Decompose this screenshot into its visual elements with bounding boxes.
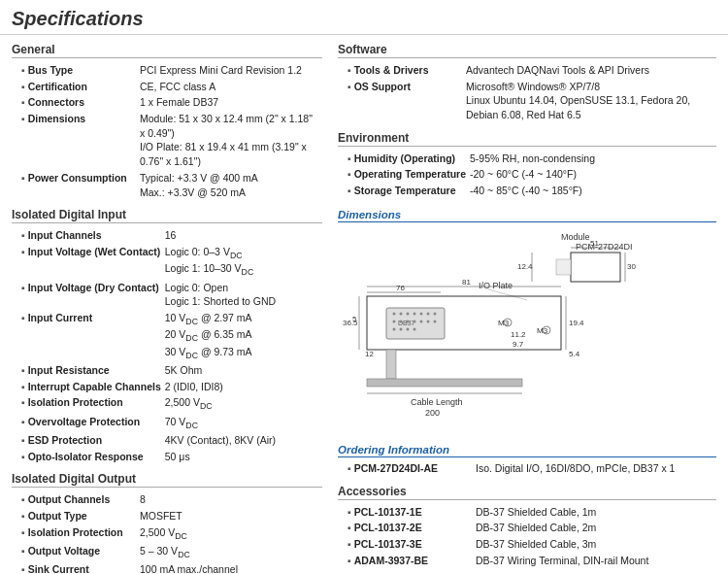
svg-point-38 xyxy=(393,327,396,330)
table-row: Humidity (Operating) 5-95% RH, non-conde… xyxy=(338,151,716,167)
page-header: Specifications xyxy=(0,0,728,35)
svg-point-32 xyxy=(400,320,403,322)
svg-rect-50 xyxy=(386,350,396,379)
svg-text:36.5: 36.5 xyxy=(343,319,358,327)
dimensions-area: Module PCM-27D24DI 51 30 12.4 I/O Plate xyxy=(338,228,716,434)
spec-label: Interrupt Capable Channels xyxy=(12,379,163,395)
spec-label: Power Consumption xyxy=(12,170,138,200)
svg-point-28 xyxy=(420,312,423,315)
spec-value: Logic 0: OpenLogic 1: Shorted to GND xyxy=(163,280,322,310)
svg-line-11 xyxy=(488,289,527,300)
spec-value: 2,500 VDC xyxy=(138,524,322,543)
svg-point-25 xyxy=(400,312,403,315)
table-row: Input Voltage (Dry Contact) Logic 0: Ope… xyxy=(12,280,322,310)
table-row: Input Current 10 VDC @ 2.97 mA20 VDC @ 6… xyxy=(12,310,322,362)
spec-value: Advantech DAQNavi Tools & API Drivers xyxy=(464,62,716,79)
spec-value: 70 VDC xyxy=(163,414,322,432)
table-row: Certification CE, FCC class A xyxy=(12,79,322,95)
ido-section-title: Isolated Digital Output xyxy=(12,472,322,488)
dimensions-svg: Module PCM-27D24DI 51 30 12.4 I/O Plate xyxy=(338,228,697,432)
accessory-label: PCL-10137-2E xyxy=(338,520,474,536)
spec-value: 5 – 30 VDC xyxy=(138,543,322,561)
table-row: Output Voltage 5 – 30 VDC xyxy=(12,543,322,561)
accessory-label: ADAM-3937-BE xyxy=(338,553,474,569)
spec-value: 2,500 VDC xyxy=(163,394,322,413)
svg-text:12.4: 12.4 xyxy=(517,262,533,271)
ido-table: Output Channels 8 Output Type MOSFET Iso… xyxy=(12,491,322,574)
spec-label: Output Channels xyxy=(12,491,138,508)
table-row: PCM-27D24DI-AE Iso. Digital I/O, 16DI/8D… xyxy=(338,460,716,477)
spec-value: -40 ~ 85°C (-40 ~ 185°F) xyxy=(468,183,716,199)
spec-value: 10 VDC @ 2.97 mA20 VDC @ 6.35 mA30 VDC @… xyxy=(163,310,322,362)
svg-point-34 xyxy=(414,320,416,322)
svg-rect-9 xyxy=(556,259,571,275)
spec-label: Certification xyxy=(12,79,138,95)
table-row: PCL-10137-3E DB-37 Shielded Cable, 3m xyxy=(338,536,716,553)
svg-point-33 xyxy=(407,320,410,322)
spec-value: 2 (IDI0, IDI8) xyxy=(163,379,322,395)
svg-text:76: 76 xyxy=(396,284,405,292)
spec-value: Typical: +3.3 V @ 400 mAMax.: +3.3V @ 52… xyxy=(138,170,322,200)
accessory-value: DB-37 Wiring Terminal, DIN-rail Mount xyxy=(474,553,716,569)
table-row: Output Channels 8 xyxy=(12,491,322,508)
table-row: PCL-10137-1E DB-37 Shielded Cable, 1m xyxy=(338,504,716,521)
accessory-value: DB-37 Shielded Cable, 3m xyxy=(474,536,716,553)
table-row: Isolation Protection 2,500 VDC xyxy=(12,524,322,543)
svg-text:9.7: 9.7 xyxy=(513,340,524,349)
spec-label: Output Type xyxy=(12,508,138,524)
spec-label: Operating Temperature xyxy=(338,166,468,183)
general-table: Bus Type PCI Express Mini Card Revision … xyxy=(12,62,322,200)
environment-table: Humidity (Operating) 5-95% RH, non-conde… xyxy=(338,151,716,199)
table-row: Interrupt Capable Channels 2 (IDI0, IDI8… xyxy=(12,379,322,395)
svg-point-40 xyxy=(407,327,410,330)
idi-table: Input Channels 16 Input Voltage (Wet Con… xyxy=(12,227,322,464)
svg-text:PCM-27D24DI: PCM-27D24DI xyxy=(576,242,633,252)
spec-value: -20 ~ 60°C (-4 ~ 140°F) xyxy=(468,166,716,183)
svg-point-36 xyxy=(427,320,430,322)
table-row: Sink Current 100 mA max./channel xyxy=(12,561,322,574)
table-row: ESD Protection 4KV (Contact), 8KV (Air) xyxy=(12,432,322,449)
svg-point-24 xyxy=(393,312,396,315)
svg-text:19.4: 19.4 xyxy=(569,319,584,327)
spec-value: Logic 0: 0–3 VDCLogic 1: 10–30 VDC xyxy=(163,244,322,280)
svg-text:51: 51 xyxy=(590,239,599,248)
spec-label: Connectors xyxy=(12,94,138,111)
spec-value: 4KV (Contact), 8KV (Air) xyxy=(163,432,322,449)
table-row: ADAM-3937-BE DB-37 Wiring Terminal, DIN-… xyxy=(338,553,716,569)
spec-label: Isolation Protection xyxy=(12,524,138,543)
svg-text:Cable Length: Cable Length xyxy=(411,397,463,407)
accessory-value: DB-37 Shielded Cable, 2m xyxy=(474,520,716,536)
svg-point-29 xyxy=(427,312,430,315)
svg-point-26 xyxy=(407,312,410,315)
spec-value: 16 xyxy=(163,227,322,244)
spec-value: Module: 51 x 30 x 12.4 mm (2" x 1.18" x … xyxy=(138,111,322,170)
table-row: OS Support Microsoft® Windows® XP/7/8Lin… xyxy=(338,79,716,123)
spec-label: Isolation Protection xyxy=(12,394,163,413)
svg-point-30 xyxy=(434,312,437,315)
svg-text:11.2: 11.2 xyxy=(511,330,526,339)
accessory-label: PCL-10137-1E xyxy=(338,504,474,521)
svg-point-39 xyxy=(400,327,403,330)
ordering-section-title: Ordering Information xyxy=(338,444,716,457)
svg-text:12: 12 xyxy=(365,350,374,358)
spec-value: PCI Express Mini Card Revision 1.2 xyxy=(138,62,322,79)
spec-label: Output Voltage xyxy=(12,543,138,561)
software-section-title: Software xyxy=(338,43,716,58)
spec-value: 5-95% RH, non-condensing xyxy=(468,151,716,167)
svg-text:Module: Module xyxy=(561,232,590,242)
spec-label: Storage Temperature xyxy=(338,183,468,199)
table-row: Dimensions Module: 51 x 30 x 12.4 mm (2"… xyxy=(12,111,322,170)
spec-label: Input Channels xyxy=(12,227,163,244)
table-row: Connectors 1 x Female DB37 xyxy=(12,94,322,111)
spec-label: Sink Current xyxy=(12,561,138,574)
general-section-title: General xyxy=(12,43,322,58)
table-row: Input Voltage (Wet Contact) Logic 0: 0–3… xyxy=(12,244,322,280)
spec-value: 5K Ohm xyxy=(163,362,322,379)
table-row: Opto-Isolator Response 50 μs xyxy=(12,449,322,465)
svg-text:5.4: 5.4 xyxy=(569,350,580,358)
table-row: Bus Type PCI Express Mini Card Revision … xyxy=(12,62,322,79)
spec-label: Bus Type xyxy=(12,62,138,79)
svg-point-37 xyxy=(434,320,437,322)
table-row: Input Resistance 5K Ohm xyxy=(12,362,322,379)
spec-label: Input Voltage (Wet Contact) xyxy=(12,244,163,280)
